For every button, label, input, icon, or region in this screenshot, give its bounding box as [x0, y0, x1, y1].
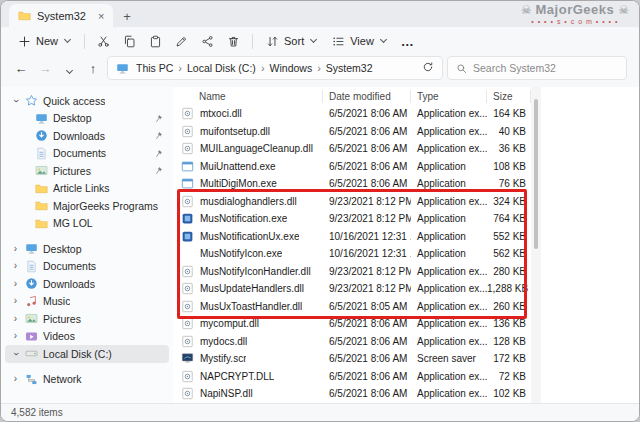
file-row-mycomput-dll[interactable]: mycomput.dll6/5/2021 8:06 AMApplication …	[173, 315, 639, 333]
file-row-mydocs-dll[interactable]: mydocs.dll6/5/2021 8:06 AMApplication ex…	[173, 333, 639, 351]
sidebar-item-downloads[interactable]: ›Downloads	[5, 275, 169, 293]
column-header-type[interactable]: Type	[411, 90, 487, 103]
sidebar-item-local-disk-c[interactable]: ›Local Disk (C:)	[5, 345, 169, 363]
refresh-button[interactable]	[422, 61, 434, 75]
window-tab[interactable]: System32 ×	[9, 4, 113, 27]
copy-button[interactable]	[117, 29, 142, 53]
new-button[interactable]: New	[11, 32, 78, 51]
search-input[interactable]	[473, 62, 618, 74]
file-size: 128 KB	[487, 336, 531, 347]
sidebar-item-network[interactable]: ›Network	[5, 371, 169, 389]
column-header-date-modified[interactable]: Date modified	[323, 90, 411, 103]
pin-icon	[154, 166, 163, 175]
chevron-icon[interactable]: ›	[11, 374, 20, 384]
column-header-name[interactable]: Name	[173, 90, 323, 103]
pin-icon	[154, 131, 163, 140]
delete-button[interactable]	[221, 29, 246, 53]
close-tab-icon[interactable]: ×	[98, 10, 104, 22]
view-button[interactable]: View	[325, 32, 394, 51]
chevron-down-icon	[310, 36, 317, 43]
breadcrumb-local-disk-c[interactable]: Local Disk (C:)	[184, 61, 259, 75]
file-row-muifontsetup-dll[interactable]: muifontsetup.dll6/5/2021 8:06 AMApplicat…	[173, 123, 639, 141]
dll-icon	[181, 142, 194, 155]
sidebar-item-desktop[interactable]: Desktop	[5, 110, 169, 128]
file-size: 324 KB	[487, 196, 531, 207]
chevron-icon[interactable]: ›	[11, 279, 20, 289]
file-date-modified: 6/5/2021 8:06 AM	[323, 318, 411, 329]
file-row-napcrypt-dll[interactable]: NAPCRYPT.DLL6/5/2021 8:06 AMApplication …	[173, 368, 639, 386]
sidebar-item-label: Quick access	[43, 95, 105, 107]
folder-icon	[35, 217, 48, 230]
more-options-button[interactable]: …	[395, 29, 420, 53]
dll-icon	[181, 265, 194, 278]
exe-blue-icon	[181, 212, 194, 225]
folder-icon	[35, 182, 48, 195]
column-header-size[interactable]: Size	[487, 90, 531, 103]
file-row-musuxtoasthandler-dll[interactable]: MusUxToastHandler.dll6/5/2021 8:05 AMApp…	[173, 298, 639, 316]
breadcrumb-this-pc[interactable]: This PC	[133, 61, 176, 75]
blank-icon	[181, 247, 194, 260]
scrollbar-thumb[interactable]	[534, 99, 538, 249]
recent-locations-button[interactable]	[59, 61, 79, 76]
sidebar-item-documents[interactable]: ›Documents	[5, 258, 169, 276]
dll-icon	[181, 387, 194, 400]
file-date-modified: 6/5/2021 8:06 AM	[323, 108, 411, 119]
chevron-icon[interactable]: ›	[11, 296, 20, 306]
sidebar-item-music[interactable]: ›Music	[5, 293, 169, 311]
address-bar[interactable]: This PC›Local Disk (C:)›Windows›System32	[107, 56, 443, 80]
chevron-icon[interactable]: ›	[11, 96, 21, 105]
sidebar-item-quick-access[interactable]: › Quick access	[5, 92, 169, 110]
back-button[interactable]: ←	[11, 61, 31, 76]
videos-icon	[25, 330, 38, 343]
chevron-icon[interactable]: ›	[11, 349, 21, 358]
file-row-muiunattend-exe[interactable]: MuiUnattend.exe6/5/2021 8:06 AMApplicati…	[173, 158, 639, 176]
chevron-icon[interactable]: ›	[11, 261, 20, 271]
dll-icon	[181, 300, 194, 313]
up-button[interactable]: ↑	[83, 61, 103, 76]
sidebar-item-desktop[interactable]: ›Desktop	[5, 240, 169, 258]
tab-title: System32	[37, 10, 86, 22]
sort-button[interactable]: Sort	[259, 32, 324, 51]
file-row-musnotificationux-exe[interactable]: MusNotificationUx.exe10/16/2021 12:31 ..…	[173, 228, 639, 246]
file-row-musnotifyicon-exe[interactable]: MusNotifyIcon.exe10/16/2021 12:31 ...App…	[173, 245, 639, 263]
vertical-scrollbar[interactable]	[531, 87, 541, 403]
sidebar-item-majorgeeks-programs[interactable]: MajorGeeks Programs	[5, 197, 169, 215]
file-row-mtxoci-dll[interactable]: mtxoci.dll6/5/2021 8:06 AMApplication ex…	[173, 105, 639, 123]
dll-icon	[181, 370, 194, 383]
file-row-napinsp-dll[interactable]: NapiNSP.dll6/5/2021 8:06 AMApplication e…	[173, 385, 639, 403]
sidebar-item-downloads[interactable]: Downloads	[5, 127, 169, 145]
sidebar-item-article-links[interactable]: Article Links	[5, 180, 169, 198]
chevron-icon[interactable]: ›	[11, 331, 20, 341]
music-icon	[25, 295, 38, 308]
chevron-icon[interactable]: ›	[11, 314, 20, 324]
rename-button[interactable]	[169, 29, 194, 53]
chevron-icon[interactable]: ›	[11, 244, 20, 254]
sidebar-item-pictures[interactable]: Pictures	[5, 162, 169, 180]
paste-button[interactable]	[143, 29, 168, 53]
share-button[interactable]	[195, 29, 220, 53]
sidebar-item-mg-lol[interactable]: MG LOL	[5, 215, 169, 233]
file-row-muilanguagecleanup-dll[interactable]: MUILanguageCleanup.dll6/5/2021 8:06 AMAp…	[173, 140, 639, 158]
search-box[interactable]	[447, 56, 627, 80]
file-row-musupdatehandlers-dll[interactable]: MusUpdateHandlers.dll9/23/2021 8:12 PMAp…	[173, 280, 639, 298]
sidebar-item-videos[interactable]: ›Videos	[5, 328, 169, 346]
file-size: 1,288 KB	[487, 283, 531, 294]
sidebar-item-pictures[interactable]: ›Pictures	[5, 310, 169, 328]
sidebar-item-documents[interactable]: Documents	[5, 145, 169, 163]
watermark-subtitle: • • • • s • c o m • • • •	[521, 18, 629, 26]
file-row-musnotifyiconhandler-dll[interactable]: MusNotifyIconHandler.dll9/23/2021 8:12 P…	[173, 263, 639, 281]
breadcrumb-system32[interactable]: System32	[323, 61, 376, 75]
file-row-musnotification-exe[interactable]: MusNotification.exe9/23/2021 8:12 PMAppl…	[173, 210, 639, 228]
file-type: Application	[411, 213, 487, 224]
cut-button[interactable]	[91, 29, 116, 53]
file-name: MusUxToastHandler.dll	[200, 301, 302, 312]
dll-icon	[181, 282, 194, 295]
file-name: MusNotifyIconHandler.dll	[200, 266, 311, 277]
new-tab-button[interactable]: +	[123, 9, 131, 24]
file-row-mystify-scr[interactable]: Mystify.scr6/5/2021 8:06 AMScreen saver1…	[173, 350, 639, 368]
file-row-musdialoghandlers-dll[interactable]: musdialoghandlers.dll9/23/2021 8:12 PMAp…	[173, 193, 639, 211]
pin-icon	[154, 131, 163, 140]
file-row-multidigimon-exe[interactable]: MultiDigiMon.exe6/5/2021 8:06 AMApplicat…	[173, 175, 639, 193]
forward-button[interactable]: →	[35, 61, 55, 76]
breadcrumb-windows[interactable]: Windows	[267, 61, 316, 75]
